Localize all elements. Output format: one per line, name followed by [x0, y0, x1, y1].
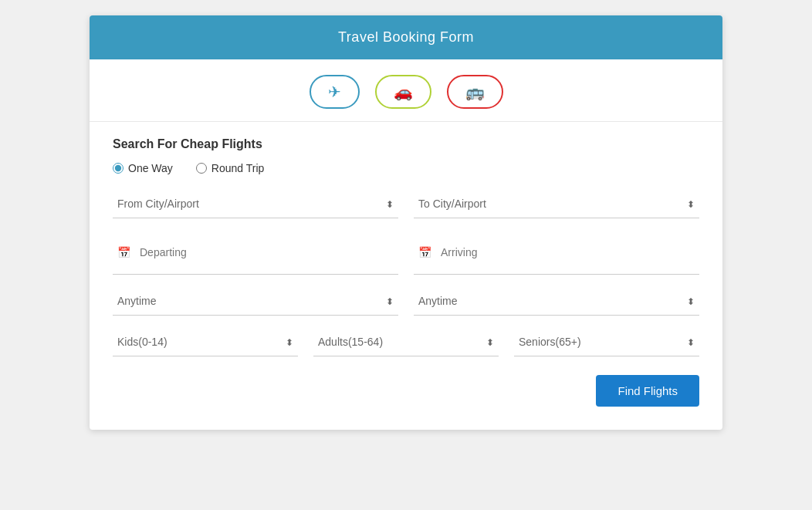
- section-title: Search For Cheap Flights: [113, 137, 699, 151]
- flight-form-section: Search For Cheap Flights One Way Round T…: [90, 122, 722, 430]
- transport-tabs: ✈ 🚗 🚌: [90, 59, 722, 122]
- arriving-input[interactable]: [436, 238, 695, 266]
- round-trip-radio[interactable]: [196, 163, 207, 174]
- tab-car[interactable]: 🚗: [375, 75, 431, 109]
- passengers-row: Kids(0-14) 0 1 2 3 ⬍ Adults(15-64) 1 2 3…: [113, 328, 699, 356]
- from-city-group: From City/Airport ⬍: [113, 190, 398, 218]
- flight-icon: ✈: [328, 83, 341, 101]
- to-city-group: To City/Airport ⬍: [414, 190, 699, 218]
- departing-calendar-icon: 📅: [117, 246, 130, 258]
- round-trip-text: Round Trip: [211, 162, 264, 174]
- city-row: From City/Airport ⬍ To City/Airport ⬍: [113, 190, 699, 218]
- departing-input[interactable]: [135, 238, 394, 266]
- adults-group: Adults(15-64) 1 2 3 ⬍: [313, 328, 499, 356]
- car-icon: 🚗: [394, 83, 413, 101]
- tab-train[interactable]: 🚌: [447, 75, 503, 109]
- adults-select[interactable]: Adults(15-64) 1 2 3: [313, 328, 499, 356]
- round-trip-label[interactable]: Round Trip: [196, 162, 264, 174]
- header-title: Travel Booking Form: [338, 29, 474, 45]
- one-way-radio[interactable]: [113, 163, 123, 174]
- tab-flight[interactable]: ✈: [310, 75, 360, 109]
- arriving-calendar-icon: 📅: [418, 246, 431, 258]
- to-city-select[interactable]: To City/Airport: [414, 190, 699, 218]
- footer-row: Find Flights: [113, 375, 699, 407]
- arriving-wrapper: 📅: [414, 231, 699, 275]
- trip-type-row: One Way Round Trip: [113, 162, 699, 174]
- kids-group: Kids(0-14) 0 1 2 3 ⬍: [113, 328, 298, 356]
- time-to-group: Anytime Morning Afternoon Evening ⬍: [414, 287, 699, 316]
- time-to-select[interactable]: Anytime Morning Afternoon Evening: [414, 287, 699, 316]
- from-city-select[interactable]: From City/Airport: [113, 190, 398, 218]
- page-header: Travel Booking Form: [90, 15, 722, 59]
- departing-group: 📅: [113, 231, 398, 275]
- time-from-select[interactable]: Anytime Morning Afternoon Evening: [113, 287, 398, 316]
- arriving-group: 📅: [414, 231, 699, 275]
- one-way-text: One Way: [128, 162, 173, 174]
- seniors-group: Seniors(65+) 0 1 2 ⬍: [514, 328, 699, 356]
- booking-card: Travel Booking Form ✈ 🚗 🚌 Search For Che…: [90, 15, 722, 430]
- one-way-label[interactable]: One Way: [113, 162, 173, 174]
- seniors-select[interactable]: Seniors(65+) 0 1 2: [514, 328, 699, 356]
- dates-row: 📅 📅: [113, 231, 699, 275]
- train-icon: 🚌: [465, 83, 485, 101]
- time-from-group: Anytime Morning Afternoon Evening ⬍: [113, 287, 398, 316]
- find-flights-button[interactable]: Find Flights: [596, 375, 699, 407]
- kids-select[interactable]: Kids(0-14) 0 1 2 3: [113, 328, 298, 356]
- departing-wrapper: 📅: [113, 231, 398, 275]
- time-row: Anytime Morning Afternoon Evening ⬍ Anyt…: [113, 287, 699, 316]
